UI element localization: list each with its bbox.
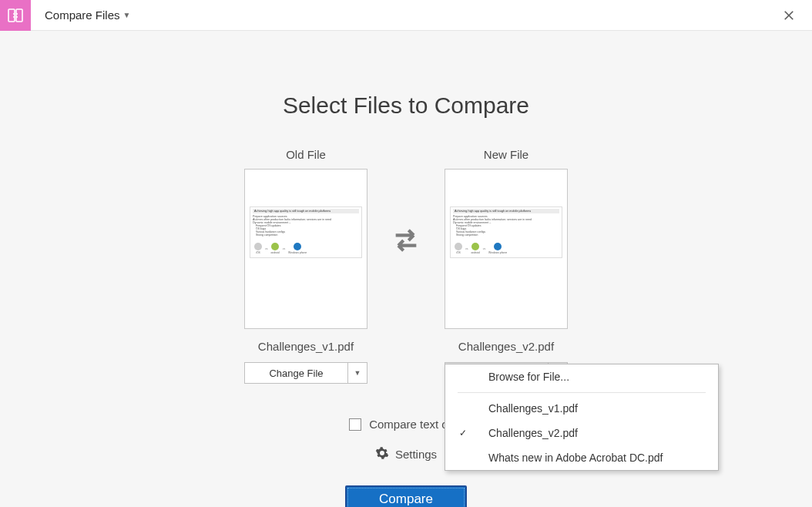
file-compare-row: Old File Achieving high app quality is s… bbox=[0, 148, 812, 384]
compare-button[interactable]: Compare bbox=[345, 485, 467, 507]
chevron-down-icon[interactable]: ▼ bbox=[348, 363, 367, 383]
android-icon: android bbox=[471, 243, 479, 254]
svg-rect-1 bbox=[16, 9, 22, 22]
settings-label: Settings bbox=[395, 448, 437, 461]
new-file-thumbnail[interactable]: Achieving high app quality is still toug… bbox=[445, 169, 568, 329]
new-file-name: Challenges_v2.pdf bbox=[458, 340, 554, 353]
new-file-label: New File bbox=[484, 148, 528, 161]
toolbar-title-text: Compare Files bbox=[45, 8, 120, 22]
compare-text-only-checkbox[interactable] bbox=[349, 418, 361, 431]
page-title: Select Files to Compare bbox=[0, 92, 812, 119]
dropdown-item-label: Whats new in Adobe Acrobat DC.pdf bbox=[488, 452, 663, 464]
dropdown-recent-item[interactable]: Whats new in Adobe Acrobat DC.pdf bbox=[445, 445, 718, 470]
windows-icon: Windows phone bbox=[288, 243, 307, 254]
apple-icon: iOS bbox=[455, 243, 462, 254]
close-button[interactable] bbox=[780, 6, 798, 25]
old-file-column: Old File Achieving high app quality is s… bbox=[244, 148, 367, 384]
thumb-doc-title: Achieving high app quality is still toug… bbox=[253, 209, 359, 213]
dropdown-separator bbox=[458, 392, 706, 393]
change-file-dropdown: Browse for File... Challenges_v1.pdf✓Cha… bbox=[445, 364, 719, 471]
windows-icon: Windows phone bbox=[488, 243, 507, 254]
dropdown-item-label: Challenges_v1.pdf bbox=[488, 402, 578, 415]
toolbar: Compare Files ▼ bbox=[0, 0, 812, 31]
old-file-name: Challenges_v1.pdf bbox=[258, 340, 354, 353]
android-icon: android bbox=[270, 243, 279, 254]
compare-files-icon bbox=[0, 0, 31, 31]
old-file-label: Old File bbox=[286, 148, 326, 161]
check-icon: ✓ bbox=[459, 428, 467, 438]
gear-icon bbox=[375, 446, 389, 462]
change-old-file-button[interactable]: Change File ▼ bbox=[244, 362, 367, 384]
dropdown-item-label: Challenges_v2.pdf bbox=[488, 427, 578, 439]
dropdown-recent-item[interactable]: Challenges_v1.pdf bbox=[445, 396, 718, 421]
new-file-column: New File Achieving high app quality is s… bbox=[445, 148, 568, 384]
toolbar-title-dropdown[interactable]: Compare Files ▼ bbox=[45, 8, 130, 22]
swap-icon bbox=[367, 148, 445, 333]
change-file-label: Change File bbox=[245, 363, 348, 383]
svg-rect-0 bbox=[8, 9, 15, 22]
dropdown-recent-item[interactable]: ✓Challenges_v2.pdf bbox=[445, 421, 718, 445]
thumb-doc-title: Achieving high app quality is still toug… bbox=[453, 209, 559, 213]
apple-icon: iOS bbox=[254, 243, 262, 254]
old-file-thumbnail[interactable]: Achieving high app quality is still toug… bbox=[244, 169, 367, 329]
chevron-down-icon: ▼ bbox=[123, 11, 131, 19]
dropdown-browse-item[interactable]: Browse for File... bbox=[445, 364, 718, 389]
